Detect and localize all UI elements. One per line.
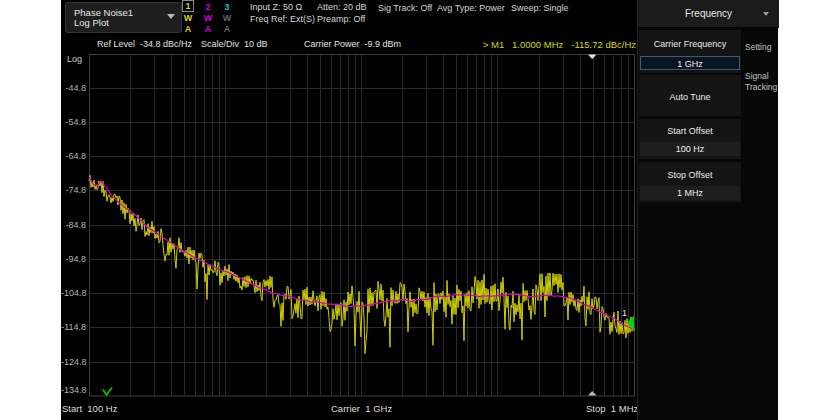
svg-text:1: 1: [622, 308, 627, 318]
